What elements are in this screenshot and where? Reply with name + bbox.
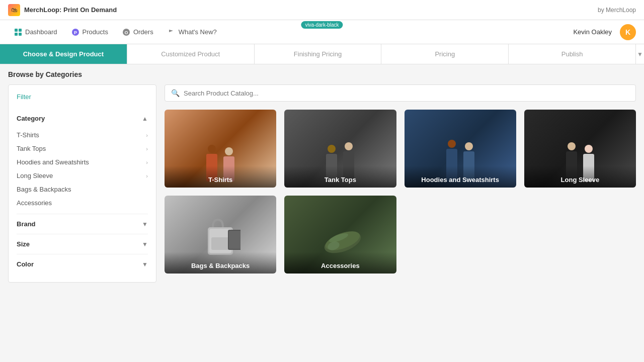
empty-slot-1 [405,196,516,274]
app-bar: 🛍 MerchLoop: Print On Demand by MerchLoo… [0,0,644,20]
category-card-tshirts[interactable]: T-Shirts [165,110,276,188]
tab-publish[interactable]: Publish [509,44,636,64]
filter-item-bags[interactable]: Bags & Backpacks [17,183,148,196]
category-card-accessories[interactable]: Accessories [284,196,396,274]
size-chevron-icon: ▼ [142,241,148,248]
filter-label: Filter [17,93,148,101]
filter-item-accessories-label: Accessories [17,199,52,207]
filter-item-longsleeve-label: Long Sleeve [17,172,53,179]
category-card-hoodies[interactable]: Hoodies and Sweatshirts [405,110,516,188]
category-header[interactable]: Category ▲ [17,109,148,128]
nav-dashboard-label: Dashboard [25,28,57,36]
app-logo: 🛍 [8,4,20,16]
empty-slot-2 [524,196,636,274]
tanktops-chevron-icon: › [146,146,148,152]
filter-item-tanktops-label: Tank Tops [17,145,46,152]
search-bar[interactable]: 🔍 [165,84,636,102]
tshirts-head-1 [208,145,216,153]
category-row-2: Bags & Backpacks [165,196,636,274]
stepper: Choose & Design Product Customized Produ… [0,44,644,64]
hoodies-head-2 [465,142,473,150]
longsleeve-card-inner: Long Sleeve [524,110,636,188]
main-layout: Filter Category ▲ T-Shirts › Tank Tops › [8,84,636,283]
tag-icon: P [71,28,79,36]
accessories-card-inner: Accessories [284,196,396,274]
avatar[interactable]: K [620,24,636,40]
grid-icon [14,28,22,36]
filter-item-accessories[interactable]: Accessories [17,196,148,210]
svg-rect-0 [15,29,18,32]
category-card-tanktops[interactable]: Tank Tops [284,110,396,188]
filter-item-hoodies[interactable]: Hoodies and Sweatshirts › [17,155,148,169]
filter-item-tanktops[interactable]: Tank Tops › [17,142,148,155]
page-content: Browse by Categories Filter Category ▲ T… [0,64,644,289]
nav-bar: viva-dark-black Dashboard P Products [0,20,644,44]
tshirts-chevron-icon: › [146,132,148,138]
product-grid: 🔍 [165,84,636,283]
category-filter-section: Category ▲ T-Shirts › Tank Tops › Hoodie… [17,109,148,214]
brand-filter-section[interactable]: Brand ▼ [17,214,148,234]
hoodies-card-inner: Hoodies and Sweatshirts [405,110,516,188]
filter-item-tshirts[interactable]: T-Shirts › [17,128,148,142]
filter-item-hoodies-label: Hoodies and Sweatshirts [17,158,89,166]
tanktops-head-2 [345,142,353,150]
category-items: T-Shirts › Tank Tops › Hoodies and Sweat… [17,128,148,214]
search-input[interactable] [184,89,629,97]
svg-rect-2 [15,33,18,36]
tab-choose-design[interactable]: Choose & Design Product [0,44,127,64]
color-filter-section[interactable]: Color ▼ [17,254,148,274]
size-filter-section[interactable]: Size ▼ [17,234,148,254]
category-row-1: T-Shirts [165,110,636,188]
accessories-illustration [317,220,363,255]
svg-rect-12 [229,231,240,249]
badge-tooltip: viva-dark-black [301,21,343,29]
ls-head-1 [568,142,576,150]
stepper-scroll[interactable]: ▼ [636,44,644,64]
category-card-bags[interactable]: Bags & Backpacks [165,196,276,274]
size-title: Size [17,240,30,248]
filter-item-tshirts-label: T-Shirts [17,131,39,139]
tshirts-head-2 [225,147,233,155]
nav-orders-label: Orders [133,28,153,36]
nav-item-dashboard[interactable]: Dashboard [8,25,63,39]
tab-pricing[interactable]: Pricing [381,44,509,64]
app-bar-right: by MerchLoop [598,7,636,14]
nav-right: Kevin Oakley K [573,24,636,40]
svg-text:O: O [124,30,128,35]
category-title: Category [17,115,45,122]
color-title: Color [17,260,34,268]
nav-item-orders[interactable]: O Orders [116,25,159,39]
app-bar-left: 🛍 MerchLoop: Print On Demand [8,4,117,16]
nav-item-whats-new[interactable]: What's New? [162,25,223,39]
tab-customized-product[interactable]: Customized Product [127,44,255,64]
brand-title: Brand [17,220,36,228]
nav-left: Dashboard P Products O Orders [8,25,223,39]
box-icon: O [122,28,130,36]
tanktops-card-inner: Tank Tops [284,110,396,188]
svg-rect-1 [19,29,22,32]
svg-text:P: P [74,30,77,35]
browse-title: Browse by Categories [8,70,636,78]
filter-item-bags-label: Bags & Backpacks [17,186,71,193]
longsleeve-label: Long Sleeve [524,166,636,188]
nav-news-label: What's New? [179,28,217,36]
flag-icon [168,28,176,36]
svg-rect-10 [211,237,229,250]
tshirts-label: T-Shirts [165,166,276,188]
filter-item-longsleeve[interactable]: Long Sleeve › [17,169,148,183]
ls-head-2 [585,145,593,153]
category-card-longsleeve[interactable]: Long Sleeve [524,110,636,188]
bags-card-inner: Bags & Backpacks [165,196,276,274]
user-name: Kevin Oakley [573,28,612,36]
tshirts-card-inner: T-Shirts [165,110,276,188]
tab-finishing-pricing[interactable]: Finishing Pricing [255,44,382,64]
bags-label: Bags & Backpacks [165,252,276,274]
hoodies-head-1 [448,140,456,148]
brand-chevron-icon: ▼ [142,221,148,228]
hoodies-label: Hoodies and Sweatshirts [405,166,516,188]
app-title: MerchLoop: Print On Demand [24,6,117,14]
nav-products-label: Products [83,28,108,36]
hoodies-chevron-icon: › [146,159,148,165]
svg-rect-3 [19,33,22,36]
nav-item-products[interactable]: P Products [65,25,114,39]
